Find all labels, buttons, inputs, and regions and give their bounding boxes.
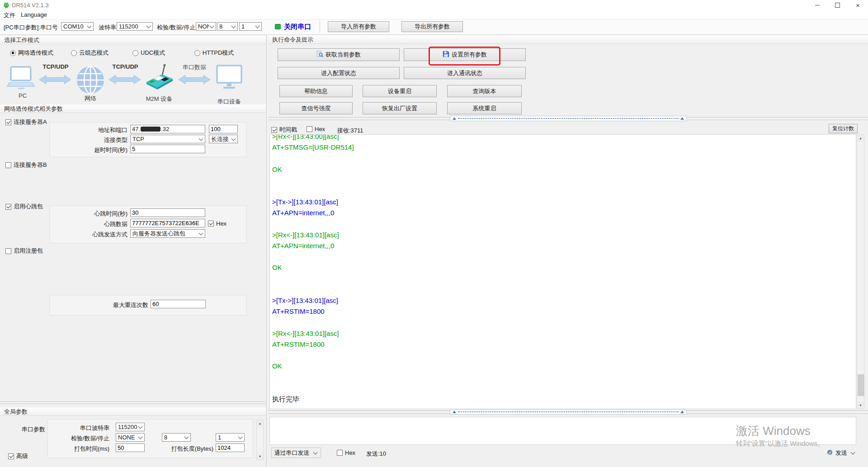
- log-line: [272, 350, 354, 361]
- checkbox-advanced[interactable]: 高级: [8, 452, 28, 460]
- left-splitter[interactable]: [0, 401, 266, 402]
- log-line: [272, 186, 354, 197]
- chevron-down-icon: [231, 137, 236, 141]
- baud-select[interactable]: 115200: [117, 22, 153, 31]
- radio-cloud-mode[interactable]: 云组态模式: [71, 49, 108, 57]
- checkbox-heartbeat[interactable]: 启用心跳包: [5, 203, 43, 211]
- radio-icon: [71, 50, 77, 56]
- window-title: DR514 V2.1.3: [12, 2, 49, 9]
- global-parity-select[interactable]: NONE: [116, 433, 145, 442]
- com-port-select[interactable]: COM10: [61, 22, 94, 31]
- query-version-button[interactable]: 查询版本: [447, 85, 522, 97]
- checkbox-timestamp[interactable]: 时间戳: [271, 126, 297, 134]
- receive-count: 接收:3711: [337, 127, 363, 135]
- stopbits-select[interactable]: 1: [239, 22, 262, 31]
- minimize-icon: [815, 5, 820, 5]
- conn-mode-select[interactable]: 长连接: [209, 135, 238, 143]
- checkbox-icon: [5, 204, 11, 210]
- enter-comm-state-button[interactable]: 进入通讯状态: [404, 67, 526, 79]
- serial-device-monitor-icon: [216, 65, 243, 92]
- pc-laptop-icon: [6, 66, 36, 92]
- log-lines: >[Rx<-][13:43:00][asc]AT+STMSG=[USR-DR51…: [272, 134, 354, 405]
- scroll-up-icon[interactable]: ▲: [857, 135, 864, 142]
- max-reconnect-input[interactable]: [151, 300, 206, 308]
- checkbox-send-hex[interactable]: Hex: [337, 449, 355, 456]
- chevron-down-icon: [238, 435, 243, 439]
- checkbox-icon: [307, 126, 312, 132]
- checkbox-log-hex[interactable]: Hex: [307, 126, 325, 132]
- log-line: OK: [272, 164, 354, 175]
- log-scrollbar[interactable]: ▲ ▼: [857, 134, 864, 409]
- heartbeat-time-input[interactable]: [130, 208, 205, 217]
- import-all-params-button[interactable]: 导入所有参数: [328, 21, 389, 32]
- network-globe-icon: [76, 66, 105, 96]
- log-line: >[Rx<-][13:43:01][asc]: [272, 230, 354, 241]
- databits-select[interactable]: 8: [217, 22, 238, 31]
- close-port-button[interactable]: 关闭串口: [284, 23, 311, 31]
- scroll-down-icon[interactable]: ▼: [257, 453, 263, 460]
- radio-httpd-mode[interactable]: HTTPD模式: [194, 49, 234, 57]
- radio-net-transparent-mode[interactable]: 网络透传模式: [10, 49, 53, 57]
- radio-icon: [132, 50, 138, 56]
- checkbox-register-packet[interactable]: 启用注册包: [5, 247, 43, 255]
- chevron-down-icon: [231, 24, 236, 28]
- heartbeat-data-label: 心跳数据: [71, 220, 127, 228]
- maximize-button[interactable]: [827, 0, 848, 10]
- log-line: >[Rx<-][13:43:01][asc]: [272, 328, 354, 339]
- scroll-down-icon[interactable]: ▼: [857, 402, 864, 409]
- heartbeat-mode-select[interactable]: 向服务器发送心跳包: [130, 229, 205, 238]
- heartbeat-data-input[interactable]: [130, 219, 205, 227]
- splitter-handle[interactable]: [450, 409, 687, 415]
- toolbar: [PC串口参数]:串口号 COM10 波特率 115200 检验/数据/停止 N…: [0, 19, 868, 35]
- device-restart-button[interactable]: 设备重启: [363, 85, 437, 97]
- menu-file[interactable]: 文件: [4, 11, 15, 19]
- help-info-button[interactable]: 帮助信息: [279, 85, 353, 97]
- reset-count-button[interactable]: 复位计数: [829, 124, 858, 133]
- global-baud-select[interactable]: 115200: [116, 423, 145, 431]
- pack-len-input[interactable]: [216, 443, 245, 452]
- get-current-params-button[interactable]: 获取当前参数: [278, 48, 400, 61]
- query-signal-button[interactable]: 查信号强度: [279, 102, 353, 114]
- pack-time-input[interactable]: [116, 443, 145, 452]
- global-stopbits-select[interactable]: 1: [216, 433, 245, 442]
- timeout-input[interactable]: [130, 145, 205, 153]
- scrollbar-thumb[interactable]: [858, 374, 864, 396]
- checkbox-heartbeat-hex[interactable]: Hex: [208, 220, 226, 227]
- log-line: [272, 274, 354, 284]
- close-icon: ×: [856, 2, 860, 9]
- factory-reset-button[interactable]: 恢复出厂设置: [363, 102, 437, 114]
- parity-select[interactable]: NONI: [196, 22, 216, 31]
- sent-count: 发送:10: [366, 450, 386, 458]
- panel-divider[interactable]: [266, 35, 267, 467]
- send-icon: [827, 449, 833, 457]
- close-button[interactable]: ×: [848, 0, 868, 10]
- pc-serial-port-label: [PC串口参数]:串口号: [4, 24, 58, 32]
- system-restart-button[interactable]: 系统重启: [447, 102, 522, 114]
- menu-language[interactable]: Language: [21, 11, 47, 18]
- global-databits-select[interactable]: 8: [162, 433, 191, 442]
- minimize-button[interactable]: [807, 0, 827, 10]
- log-line: AT+APN=internet,,,0: [272, 208, 354, 218]
- heartbeat-time-label: 心跳时间(秒): [71, 210, 127, 218]
- net-params-header: 网络透传模式相关参数: [0, 104, 266, 113]
- radio-udc-mode[interactable]: UDC模式: [132, 49, 165, 57]
- send-button[interactable]: 发送: [826, 448, 857, 458]
- m2m-device-icon: [143, 63, 175, 94]
- splitter-arrow-icon: [453, 410, 456, 413]
- log-output-area[interactable]: >[Rx<-][13:43:00][asc]AT+STMSG=[USR-DR51…: [269, 134, 856, 409]
- export-all-params-button[interactable]: 导出所有参数: [401, 21, 463, 32]
- splitter-handle[interactable]: [450, 116, 687, 121]
- send-via-serial-dropdown[interactable]: 通过串口发送: [271, 448, 321, 458]
- conn-type-select[interactable]: TCP: [130, 135, 205, 143]
- left-panel-scrollbar[interactable]: ▲ ▼: [256, 420, 264, 460]
- log-line: 执行完毕: [272, 394, 354, 405]
- server-a-port-input[interactable]: [209, 125, 238, 133]
- enter-config-state-button[interactable]: 进入配置状态: [278, 67, 400, 79]
- set-all-params-button[interactable]: 设置所有参数: [404, 48, 526, 61]
- checkbox-server-a[interactable]: 连接服务器A: [5, 118, 47, 126]
- chevron-down-icon: [210, 24, 214, 28]
- left-splitter[interactable]: [0, 404, 266, 405]
- checkbox-server-b[interactable]: 连接服务器B: [5, 161, 47, 169]
- server-a-address-input[interactable]: 47..32: [130, 125, 205, 133]
- scroll-up-icon[interactable]: ▲: [257, 420, 263, 427]
